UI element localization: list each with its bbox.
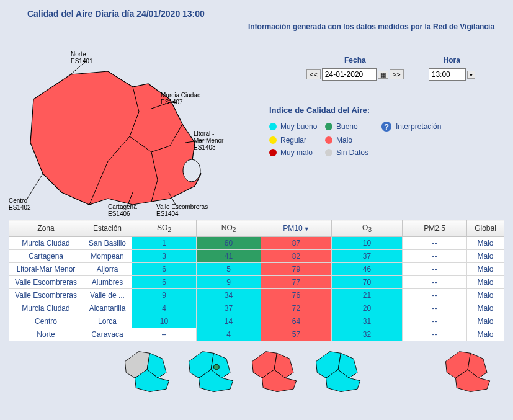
svg-point-0 [183, 159, 200, 182]
th-pm25[interactable]: PM2.5 [403, 220, 467, 237]
summary-maps-row [9, 345, 504, 395]
dot-malo [325, 136, 332, 144]
table-row: CentroLorca10146431--Malo [9, 315, 504, 328]
map-label-litoral: Litoral - Mar Menor ES1408 [194, 130, 223, 151]
cell-no2: 60 [197, 237, 261, 250]
cell-estacion: Caravaca [83, 328, 132, 341]
cell-no2: 4 [197, 328, 261, 341]
cell-pm25: -- [403, 237, 467, 250]
cell-pm25: -- [403, 276, 467, 289]
cell-pm10: 82 [261, 250, 332, 263]
cell-o3: 37 [332, 250, 403, 263]
page-title: Calidad del Aire Diaria día 24/01/2020 1… [27, 9, 504, 19]
cell-global: Malo [467, 289, 504, 302]
interpretation-link[interactable]: ? Interpretación [381, 121, 462, 132]
dot-regular [269, 136, 277, 144]
cell-no2: 5 [197, 263, 261, 276]
table-row: Valle EscombrerasValle de ...9347621--Ma… [9, 289, 504, 302]
cell-estacion: Alcantarilla [83, 302, 132, 315]
cell-pm10: 72 [261, 302, 332, 315]
cell-global: Malo [467, 250, 504, 263]
mini-map-global [432, 345, 504, 395]
cell-zona: Valle Escombreras [9, 276, 83, 289]
time-input[interactable] [429, 68, 466, 81]
th-pm10[interactable]: PM10▼ [261, 220, 332, 237]
date-prev-button[interactable]: << [306, 69, 321, 79]
cell-no2: 41 [197, 250, 261, 263]
cell-o3: 10 [332, 237, 403, 250]
cell-so2: 1 [132, 237, 197, 250]
th-so2[interactable]: SO2 [132, 220, 197, 237]
cell-zona: Litoral-Mar Menor [9, 263, 83, 276]
page-subtitle: Información generada con los datos medid… [238, 22, 504, 31]
cell-pm25: -- [403, 263, 467, 276]
cell-o3: 20 [332, 302, 403, 315]
dot-muy-malo [269, 149, 277, 156]
th-global[interactable]: Global [467, 220, 504, 237]
svg-point-9 [213, 365, 219, 370]
dot-muy-bueno [269, 123, 277, 130]
cell-pm10: 57 [261, 328, 332, 341]
cell-zona: Centro [9, 315, 83, 328]
cell-so2: 4 [132, 302, 197, 315]
svg-line-4 [27, 174, 43, 199]
region-map: Norte ES1401 Murcia Ciudad ES1407 Litora… [9, 43, 238, 217]
cell-pm10: 76 [261, 289, 332, 302]
cell-pm25: -- [403, 302, 467, 315]
table-row: NorteCaravaca--45732--Malo [9, 328, 504, 341]
cell-estacion: Mompean [83, 250, 132, 263]
dot-bueno [325, 123, 332, 130]
mini-map-o3 [306, 345, 370, 395]
cell-zona: Valle Escombreras [9, 289, 83, 302]
cell-global: Malo [467, 237, 504, 250]
cell-no2: 9 [197, 276, 261, 289]
cell-so2: 3 [132, 250, 197, 263]
cell-estacion: Alumbres [83, 276, 132, 289]
sort-desc-icon: ▼ [304, 226, 310, 232]
table-row: Murcia CiudadAlcantarilla4377220--Malo [9, 302, 504, 315]
th-o3[interactable]: O3 [332, 220, 403, 237]
cell-o3: 32 [332, 328, 403, 341]
cell-so2: -- [132, 328, 197, 341]
cell-o3: 31 [332, 315, 403, 328]
table-row: Litoral-Mar MenorAljorra657946--Malo [9, 263, 504, 276]
cell-pm25: -- [403, 289, 467, 302]
cell-so2: 9 [132, 289, 197, 302]
cell-pm10: 87 [261, 237, 332, 250]
legend: Muy bueno Bueno ? Interpretación Regular… [269, 121, 504, 157]
cell-pm25: -- [403, 328, 467, 341]
table-row: Murcia CiudadSan Basilio1608710--Malo [9, 237, 504, 250]
cell-pm10: 79 [261, 263, 332, 276]
cell-estacion: San Basilio [83, 237, 132, 250]
cell-zona: Norte [9, 328, 83, 341]
cell-o3: 21 [332, 289, 403, 302]
cell-zona: Murcia Ciudad [9, 237, 83, 250]
th-estacion[interactable]: Estación [83, 220, 132, 237]
cell-estacion: Lorca [83, 315, 132, 328]
mini-map-so2 [115, 345, 179, 395]
cell-global: Malo [467, 263, 504, 276]
map-label-cartagena: Cartagena ES1406 [108, 203, 137, 217]
cell-estacion: Aljorra [83, 263, 132, 276]
map-label-valle: Valle Escombreras ES1404 [156, 203, 208, 217]
cell-o3: 46 [332, 263, 403, 276]
th-zona[interactable]: Zona [9, 220, 83, 237]
cell-global: Malo [467, 315, 504, 328]
date-label: Fecha [306, 56, 404, 65]
cell-pm10: 64 [261, 315, 332, 328]
cell-global: Malo [467, 302, 504, 315]
date-next-button[interactable]: >> [390, 69, 404, 79]
date-input[interactable] [322, 68, 377, 81]
calendar-icon[interactable]: ▦ [378, 71, 388, 79]
cell-pm25: -- [403, 250, 467, 263]
cell-no2: 37 [197, 302, 261, 315]
table-row: Valle EscombrerasAlumbres697770--Malo [9, 276, 504, 289]
cell-no2: 14 [197, 315, 261, 328]
cell-global: Malo [467, 276, 504, 289]
map-label-centro: Centro ES1402 [9, 197, 31, 211]
th-no2[interactable]: NO2 [197, 220, 261, 237]
mini-map-no2 [179, 345, 243, 395]
time-dropdown-icon[interactable]: ▾ [467, 71, 475, 79]
air-quality-table: Zona Estación SO2 NO2 PM10▼ O3 PM2.5 Glo… [9, 220, 504, 341]
cell-so2: 10 [132, 315, 197, 328]
